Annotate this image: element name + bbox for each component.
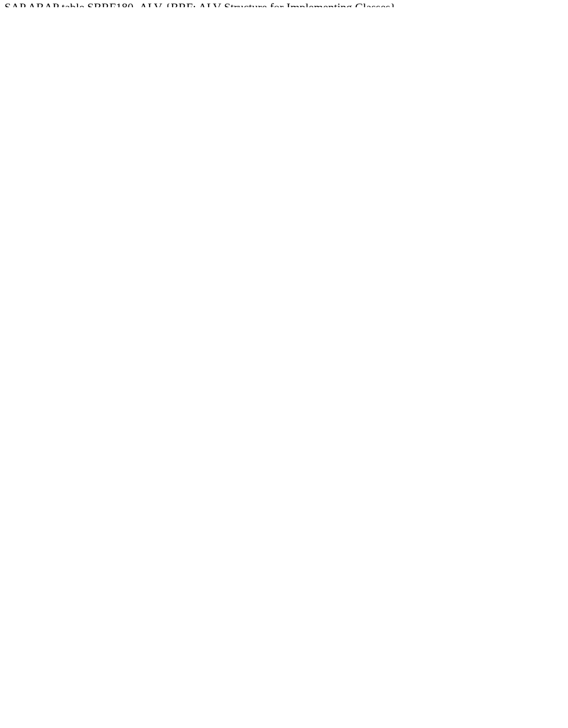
page-title: SAP ABAP table SBRF180_ALV {BRF: ALV Str… — [5, 1, 396, 7]
